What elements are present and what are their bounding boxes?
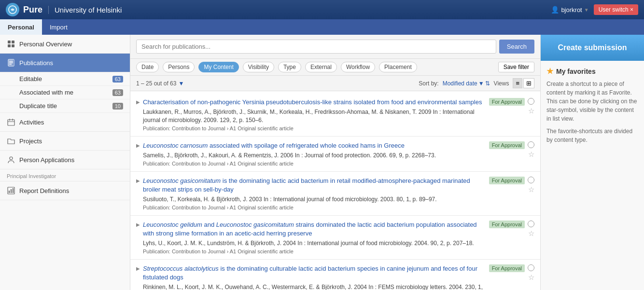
sidebar-item-report-definitions[interactable]: Report Definitions bbox=[0, 181, 130, 200]
results-count: 1 – 25 out of 63 ▼ bbox=[136, 80, 184, 87]
svg-rect-4 bbox=[12, 44, 14, 47]
approval-badge-3: For Approval bbox=[489, 177, 525, 184]
sidebar-item-projects[interactable]: Projects bbox=[0, 132, 130, 151]
pub-star-2[interactable]: ☆ bbox=[528, 150, 534, 159]
projects-label: Projects bbox=[19, 138, 42, 145]
header-left: Pure University of Helsinki bbox=[6, 3, 122, 16]
search-input[interactable] bbox=[136, 40, 496, 54]
sub-nav-personal[interactable]: Personal bbox=[0, 19, 42, 35]
sub-nav: Personal Import bbox=[0, 19, 644, 35]
favorites-title: ★ My favorites bbox=[546, 67, 638, 76]
duplicate-label: Duplicate title bbox=[19, 102, 57, 110]
results-dropdown-arrow[interactable]: ▼ bbox=[178, 80, 184, 87]
username: bjorkrot bbox=[561, 6, 582, 14]
pub-actions-1: ☆ bbox=[528, 98, 534, 115]
pub-star-5[interactable]: ☆ bbox=[528, 273, 534, 282]
report-definitions-label: Report Definitions bbox=[19, 187, 69, 194]
svg-rect-1 bbox=[8, 41, 11, 43]
sort-modified-date[interactable]: Modified date ▼ ⇅ bbox=[443, 80, 490, 87]
logo-area: Pure bbox=[6, 3, 42, 16]
associated-label: Associated with me bbox=[19, 89, 73, 96]
content-area: Search Date Persons My Content Visibilit… bbox=[130, 35, 540, 290]
activities-icon bbox=[7, 118, 15, 126]
pub-radio-3[interactable] bbox=[528, 177, 534, 183]
pub-authors-3: Susiluoto, T., Korkeala, H. & Björkroth,… bbox=[143, 195, 486, 204]
svg-point-14 bbox=[10, 157, 13, 160]
pub-actions-4: ☆ bbox=[528, 221, 534, 238]
user-icon: 👤 bbox=[551, 6, 559, 14]
results-count-text: 1 – 25 out of 63 bbox=[136, 80, 176, 87]
search-button[interactable]: Search bbox=[499, 40, 534, 54]
sidebar-item-publications[interactable]: Publications bbox=[0, 54, 130, 72]
sidebar-item-activities[interactable]: Activities bbox=[0, 113, 130, 132]
svg-rect-17 bbox=[11, 189, 12, 193]
filter-workflow[interactable]: Workflow bbox=[341, 62, 375, 72]
expand-arrow-4[interactable]: ▶ bbox=[136, 222, 140, 227]
dropdown-arrow: ▼ bbox=[584, 7, 589, 13]
top-header: Pure University of Helsinki 👤 bjorkrot ▼… bbox=[0, 0, 644, 19]
user-switch-button[interactable]: User switch × bbox=[594, 4, 638, 15]
table-row: ▶ Leuconostoc gelidum and Leuconostoc ga… bbox=[130, 216, 540, 260]
person-applications-icon bbox=[7, 155, 15, 164]
sort-label: Sort by: bbox=[419, 80, 438, 87]
associated-badge: 63 bbox=[112, 89, 123, 96]
publications-list: ▶ Characterisation of non-pathogenic Yer… bbox=[130, 91, 540, 290]
create-submission-button[interactable]: Create submission bbox=[541, 35, 644, 61]
pub-title-3: Leuconostoc gasicomitatum is the dominat… bbox=[143, 177, 486, 194]
pub-link-1[interactable]: Characterisation of non-pathogenic Yersi… bbox=[143, 98, 482, 106]
pub-authors-5: Rinkinen, M. L., Koort, J. M. K., Ouweha… bbox=[143, 283, 486, 290]
pub-content-2: Leuconostoc carnosum associated with spo… bbox=[143, 141, 486, 166]
expand-arrow-5[interactable]: ▶ bbox=[136, 266, 140, 271]
pub-link-4[interactable]: Leuconostoc gelidum and Leuconostoc gasi… bbox=[143, 221, 477, 237]
expand-arrow-3[interactable]: ▶ bbox=[136, 178, 140, 183]
sidebar-sub-editable[interactable]: Editable 63 bbox=[0, 72, 130, 86]
logo-text: Pure bbox=[23, 5, 42, 15]
pub-authors-2: Samelis, J., Björkroth, J., Kakouri, A. … bbox=[143, 152, 486, 160]
pub-radio-5[interactable] bbox=[528, 264, 534, 271]
filter-date[interactable]: Date bbox=[136, 62, 159, 72]
filter-persons[interactable]: Persons bbox=[163, 62, 195, 72]
filter-my-content[interactable]: My Content bbox=[198, 62, 238, 72]
svg-rect-3 bbox=[8, 44, 11, 47]
pub-meta-2: For Approval ☆ bbox=[489, 141, 534, 159]
pub-star-1[interactable]: ☆ bbox=[528, 107, 534, 115]
pub-radio-4[interactable] bbox=[528, 221, 534, 227]
grid-view-button[interactable]: ⊞ bbox=[523, 78, 534, 88]
pub-link-2[interactable]: Leuconostoc carnosum associated with spo… bbox=[143, 142, 405, 149]
filter-type[interactable]: Type bbox=[278, 62, 301, 72]
pub-star-3[interactable]: ☆ bbox=[528, 185, 534, 194]
report-definitions-icon bbox=[7, 186, 15, 195]
pub-authors-1: Laukkanen, R., Murros, A., Björkroth, J.… bbox=[143, 108, 486, 124]
pub-link-5[interactable]: Streptococcus alactolyticus is the domin… bbox=[143, 265, 477, 281]
filter-bar: Date Persons My Content Visibility Type … bbox=[130, 59, 540, 76]
pub-radio-2[interactable] bbox=[528, 141, 534, 148]
pub-meta-5: For Approval ☆ bbox=[489, 264, 534, 282]
pub-link-3[interactable]: Leuconostoc gasicomitatum is the dominat… bbox=[143, 177, 470, 193]
filter-placement[interactable]: Placement bbox=[379, 62, 417, 72]
pub-star-4[interactable]: ☆ bbox=[528, 229, 534, 238]
favorites-text-2: The favorite-shortcuts are divided by co… bbox=[546, 127, 638, 144]
sidebar-item-person-applications[interactable]: Person Applications bbox=[0, 151, 130, 169]
svg-rect-16 bbox=[9, 191, 10, 193]
sidebar-sub-duplicate[interactable]: Duplicate title 10 bbox=[0, 99, 130, 113]
approval-badge-2: For Approval bbox=[489, 141, 525, 149]
pub-title-1: Characterisation of non-pathogenic Yersi… bbox=[143, 98, 486, 107]
sidebar-item-personal-overview[interactable]: Personal Overview bbox=[0, 35, 130, 54]
filter-external[interactable]: External bbox=[305, 62, 337, 72]
sub-nav-import[interactable]: Import bbox=[42, 19, 75, 35]
pub-meta-4: For Approval ☆ bbox=[489, 221, 534, 238]
pub-actions-2: ☆ bbox=[528, 141, 534, 159]
pub-radio-1[interactable] bbox=[528, 98, 534, 105]
save-filter-button[interactable]: Save filter bbox=[498, 62, 534, 72]
activities-label: Activities bbox=[19, 119, 44, 126]
favorites-section: ★ My favorites Create a shortcut to a pi… bbox=[541, 61, 644, 154]
list-view-button[interactable]: ≡ bbox=[513, 78, 522, 88]
table-row: ▶ Streptococcus alactolyticus is the dom… bbox=[130, 260, 540, 290]
expand-arrow-2[interactable]: ▶ bbox=[136, 143, 140, 148]
pub-authors-4: Lyhs, U., Koort, J. M. K., Lundström, H.… bbox=[143, 239, 486, 248]
sidebar-sub-associated[interactable]: Associated with me 63 bbox=[0, 86, 130, 99]
results-right: Sort by: Modified date ▼ ⇅ Views ≡ ⊞ bbox=[419, 78, 534, 88]
expand-arrow-1[interactable]: ▶ bbox=[136, 99, 140, 105]
filter-visibility[interactable]: Visibility bbox=[243, 62, 274, 72]
editable-label: Editable bbox=[19, 75, 42, 83]
